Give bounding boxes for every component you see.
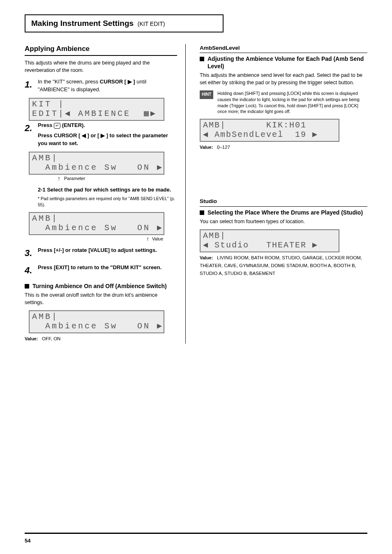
sub-step-2-1: 2-1 Select the pad for which settings ar… — [38, 186, 177, 194]
sub-step-note: * Pad settings parameters are required o… — [38, 196, 177, 208]
step2-b: Press CURSOR [ ◀ ] or [ ▶ ] to select th… — [38, 132, 168, 146]
column-right: AmbSendLevel Adjusting the Ambience Volu… — [186, 44, 367, 344]
step3-a: Press [+/-] or rotate — [38, 247, 87, 253]
lcd-screen-2: AMB| Ambience Sw ON ▶ — [29, 152, 164, 175]
intro-text: This adjusts where the drums are being p… — [25, 59, 177, 74]
header-sub: (KIT EDIT) — [138, 21, 165, 27]
lcd-screen-3: AMB| Ambience Sw ON ▶ — [29, 212, 164, 235]
step-body: Press [+/-] or rotate [VALUE] to adjust … — [38, 247, 177, 254]
subsection-title: Adjusting the Ambience Volume for Each P… — [208, 55, 367, 70]
lcd-screen-4: AMB| Ambience Sw ON ▶ — [29, 310, 164, 333]
square-bullet-icon — [200, 57, 204, 61]
lcd5-l2: ◀ AmbSendLevel 19 ▶ — [203, 130, 318, 139]
lcd3-l1: AMB| — [32, 214, 58, 223]
step-number: 2. — [25, 122, 34, 135]
range-row: Value: OFF, ON — [25, 335, 177, 343]
lcd2-l2: Ambience Sw ON ▶ — [32, 163, 164, 172]
range-values: 0–127 — [217, 145, 230, 150]
step-number: 3. — [25, 247, 34, 260]
page-number: 54 — [25, 537, 30, 545]
lcd2-l1: AMB| — [32, 153, 58, 163]
arrow-up-icon: ↑ — [146, 236, 149, 242]
step-body: Press ↵ (ENTER). Press CURSOR [ ◀ ] or [… — [38, 122, 177, 148]
lcd1-l2: EDIT|◀ AMBIENCE ▦▶ — [32, 109, 157, 118]
square-bullet-icon — [200, 210, 204, 215]
lcd-screen-1: KIT | EDIT|◀ AMBIENCE ▦▶ — [29, 98, 164, 121]
lcd3-annotation: ↑ Value — [29, 236, 177, 242]
step2-enter: (ENTER). — [62, 122, 85, 128]
header-box: Making Instrument Settings (KIT EDIT) — [25, 14, 224, 32]
lcd2-annotation: ↑ Parameter — [29, 175, 177, 182]
range-label: Value: — [25, 336, 38, 341]
annot-parameter: Parameter — [64, 175, 85, 182]
step-number: 1. — [25, 78, 34, 91]
subsection-para: You can select from fourteen types of lo… — [200, 218, 367, 225]
h3-studio: Studio — [200, 197, 367, 207]
lcd6-l1: AMB| — [203, 231, 226, 240]
column-left: Applying Ambience This adjusts where the… — [25, 44, 186, 344]
range-label: Value: — [200, 145, 213, 150]
step-number: 4. — [25, 264, 34, 277]
range-label: Value: — [200, 255, 213, 260]
header-main: Making Instrument Settings — [31, 19, 134, 28]
range-values: LIVING ROOM, BATH ROOM, STUDIO, GARAGE, … — [200, 255, 362, 276]
hint-text: Holding down [SHIFT] and pressing [LOCK]… — [217, 90, 367, 115]
step-body: Press [EXIT] to return to the "DRUM KIT"… — [38, 264, 177, 272]
section-title: Applying Ambience — [25, 44, 177, 56]
step-body: In the "KIT" screen, press CURSOR [ ▶ ] … — [38, 78, 177, 94]
step3-b: to adjust settings. — [111, 247, 157, 253]
lcd-screen-5: AMB| KIK:H01 ◀ AmbSendLevel 19 ▶ — [200, 119, 339, 142]
enter-icon: ↵ — [54, 123, 60, 129]
square-bullet-icon — [25, 284, 29, 289]
arrow-up-icon: ↑ — [58, 175, 60, 181]
step1-a: In the "KIT" screen, press — [38, 78, 98, 85]
cursor-right-label: CURSOR [ ▶ ] — [100, 78, 135, 85]
lcd5-l1: AMB| KIK:H01 — [203, 120, 307, 130]
hint-badge: HINT — [200, 90, 213, 99]
step2-press: Press — [38, 122, 52, 128]
h3-ambsendlevel: AmbSendLevel — [200, 44, 367, 53]
lcd4-l2: Ambience Sw ON ▶ — [32, 321, 164, 331]
lcd1-l1: KIT | — [32, 99, 65, 109]
range-row: Value: 0–127 — [200, 143, 367, 151]
lcd4-l1: AMB| — [32, 312, 58, 321]
lcd3-l2: Ambience Sw ON ▶ — [32, 223, 164, 233]
lcd-screen-6: AMB| ◀ Studio THEATER ▶ — [200, 229, 339, 252]
subsection-para: This adjusts the ambience send level for… — [200, 72, 367, 86]
range-row: Value: LIVING ROOM, BATH ROOM, STUDIO, G… — [200, 254, 367, 277]
lcd6-l2: ◀ Studio THEATER ▶ — [203, 240, 318, 250]
footer: 54 TD-6V_e.book 54 ページ ２００４年３月２９日 月曜日 午後… — [25, 533, 367, 545]
step3-dial: [VALUE] — [88, 247, 110, 253]
subsection-para: This is the overall on/off switch for th… — [25, 291, 177, 306]
step4: Press [EXIT] to return to the "DRUM KIT"… — [38, 264, 161, 270]
subsection-title: Selecting the Place Where the Drums are … — [208, 209, 363, 217]
annot-value: Value — [152, 236, 163, 242]
range-values: OFF, ON — [42, 336, 60, 341]
subsection-title: Turning Ambience On and Off (Ambience Sw… — [32, 283, 167, 290]
